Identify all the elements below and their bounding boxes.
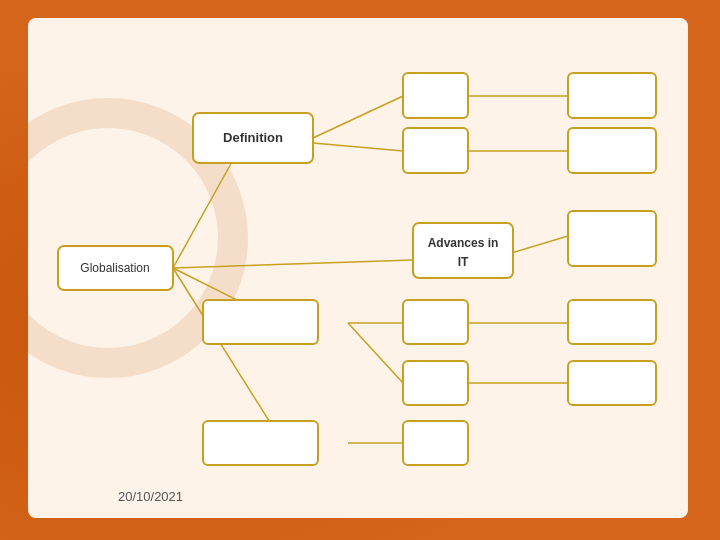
svg-line-5 [313,143,403,151]
advances-label: Advances in [428,236,499,250]
diagram-svg: Globalisation Definition Advances in IT [28,18,688,518]
svg-line-1 [173,260,413,268]
date-label: 20/10/2021 [118,489,183,504]
box-6 [203,300,318,344]
box-4 [568,128,656,173]
box-11 [203,421,318,465]
box-1 [403,73,468,118]
box-12 [403,421,468,465]
box-9 [403,361,468,405]
definition-label: Definition [223,130,283,145]
diagram-area: Globalisation Definition Advances in IT [28,18,688,518]
globalisation-label: Globalisation [80,261,149,275]
advances-label-2: IT [458,255,469,269]
svg-line-3 [173,268,283,443]
box-2 [403,128,468,173]
box-7 [403,300,468,344]
box-3 [568,73,656,118]
svg-line-11 [348,323,403,383]
advances-box [413,223,513,278]
box-5 [568,211,656,266]
svg-line-4 [313,96,403,138]
svg-line-0 [173,151,238,268]
box-10 [568,361,656,405]
box-8 [568,300,656,344]
main-card: Globalisation Definition Advances in IT [28,18,688,518]
